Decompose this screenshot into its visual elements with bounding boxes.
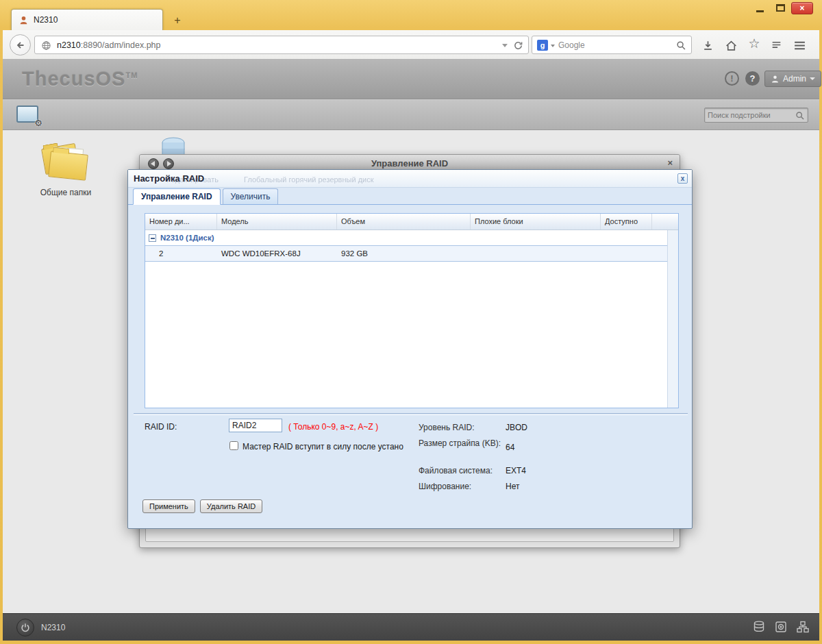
ghost-toolbar: Редактировать Глобальный горячий резервн… (166, 175, 591, 184)
folder-icon (40, 143, 91, 182)
column-header-capacity[interactable]: Объем (337, 214, 471, 230)
collapse-toggle-icon[interactable] (149, 234, 156, 242)
minimize-button[interactable] (751, 3, 768, 14)
column-header-stub (652, 214, 678, 230)
power-button[interactable] (16, 619, 34, 636)
help-button[interactable]: ? (745, 71, 760, 86)
url-text: n2310:8890/adm/index.php (57, 40, 161, 50)
cell-available (601, 246, 652, 261)
menu-button[interactable] (792, 38, 807, 52)
filesystem-label: Файловая система: (419, 466, 501, 475)
apply-button[interactable]: Применить (142, 499, 195, 513)
url-dropdown-icon[interactable] (502, 44, 508, 47)
cell-disk-number: 2 (145, 246, 217, 261)
back-icon (15, 40, 26, 51)
maximize-button[interactable] (772, 3, 788, 14)
url-bar[interactable]: n2310:8890/adm/index.php (34, 36, 529, 54)
maximize-icon (776, 4, 785, 12)
tab-favicon (18, 15, 29, 28)
disk-stack-icon[interactable] (752, 620, 766, 636)
tab-expand[interactable]: Увеличить (223, 188, 279, 205)
group-label: N2310 (1Диск) (160, 234, 214, 242)
stripe-size-value: 64 (506, 443, 514, 452)
browser-tab[interactable]: N2310 (11, 9, 163, 30)
info-button[interactable]: ! (725, 71, 739, 86)
dialog-tabstrip: Управление RAID Увеличить (128, 188, 692, 205)
network-icon[interactable] (796, 620, 810, 636)
cell-model: WDC WD10EFRX-68J (217, 246, 337, 261)
column-header-disk-number[interactable]: Номер ди... (145, 214, 217, 230)
divider (134, 413, 688, 415)
master-raid-checkbox-label: Мастер RAID вступит в силу после устано (242, 442, 403, 451)
hamburger-icon (793, 40, 806, 51)
home-icon (725, 40, 737, 51)
table-row[interactable]: 2 WDC WD10EFRX-68J 932 GB (145, 245, 678, 262)
search-magnifier-icon[interactable] (676, 40, 686, 53)
filesystem-value: EXT4 (506, 466, 526, 475)
settings-search-magnifier-icon (795, 111, 805, 123)
admin-menu[interactable]: Admin (764, 71, 821, 87)
app-footer: N2310 (3, 613, 819, 641)
window-titlebar[interactable]: N2310 + × (0, 0, 822, 30)
stripe-size-label: Размер страйпа (KB): (419, 438, 501, 448)
hard-disk-icon[interactable] (774, 620, 788, 636)
disk-table: Номер ди... Модель Объем Плохие блоки До… (145, 213, 679, 408)
tab-raid-management[interactable]: Управление RAID (133, 188, 221, 205)
new-tab-button[interactable]: + (169, 13, 186, 28)
raid-window-title: Управление RAID (140, 158, 680, 169)
column-header-bad-blocks[interactable]: Плохие блоки (471, 214, 601, 230)
table-scrollbar[interactable] (667, 230, 678, 408)
raid-level-label: Уровень RAID: (419, 423, 501, 432)
tab-title: N2310 (34, 15, 58, 25)
column-header-available[interactable]: Доступно (601, 214, 652, 230)
search-engine-icon: g (537, 40, 548, 51)
raid-window-close-button[interactable]: × (667, 158, 673, 168)
settings-search-input[interactable] (708, 109, 791, 121)
table-body: N2310 (1Диск) 2 WDC WD10EFRX-68J 932 GB (145, 230, 678, 408)
raid-settings-dialog: Настройка RAID x Редактировать Глобальны… (127, 169, 693, 529)
search-engine-caret-icon[interactable] (551, 45, 555, 47)
home-button[interactable] (723, 38, 738, 52)
column-header-model[interactable]: Модель (217, 214, 337, 230)
app-logo: ThecusOSTM (22, 68, 138, 90)
desktop: Общие папки Управление RAID × Настройка … (3, 130, 819, 613)
web-search-input[interactable] (558, 37, 668, 53)
admin-label: Admin (783, 74, 806, 84)
device-name: N2310 (41, 623, 65, 632)
table-header: Номер ди... Модель Объем Плохие блоки До… (145, 214, 678, 230)
dialog-close-button[interactable]: x (677, 173, 688, 184)
close-button[interactable]: × (791, 2, 813, 14)
raid-id-input[interactable] (229, 419, 282, 432)
master-raid-checkbox[interactable] (229, 441, 238, 450)
encryption-value: Нет (506, 482, 519, 491)
raid-id-hint: ( Только 0~9, a~z, A~Z ) (288, 422, 378, 432)
minimize-icon (756, 10, 764, 12)
bookmarks-list-button[interactable] (769, 38, 784, 52)
raid-level-value: JBOD (506, 423, 527, 432)
remove-raid-button[interactable]: Удалить RAID (200, 499, 262, 513)
dialog-buttons: Применить Удалить RAID (142, 499, 262, 513)
search-bar[interactable]: g (532, 36, 692, 54)
power-icon (21, 623, 30, 632)
chevron-down-icon (810, 77, 815, 80)
user-icon (771, 75, 780, 84)
shared-folders-label: Общие папки (34, 188, 97, 197)
raid-id-label: RAID ID: (145, 422, 177, 432)
cell-bad-blocks (471, 246, 601, 261)
reload-button[interactable] (513, 40, 523, 53)
site-globe-icon (41, 40, 51, 53)
bookmark-star-button[interactable]: ☆ (747, 35, 762, 53)
encryption-label: Шифрование: (419, 482, 501, 491)
downloads-button[interactable] (700, 38, 715, 52)
browser-navbar: n2310:8890/adm/index.php g ☆ (3, 30, 819, 60)
list-icon (771, 40, 782, 51)
shared-folders-icon[interactable]: Общие папки (34, 143, 97, 197)
group-row: N2310 (1Диск) (145, 230, 678, 246)
applications-icon[interactable]: ⚙ (16, 106, 42, 126)
back-button[interactable] (10, 34, 31, 55)
cell-capacity: 932 GB (337, 246, 471, 261)
download-icon (702, 40, 714, 51)
footer-icons (752, 620, 810, 636)
gear-icon: ⚙ (34, 118, 42, 128)
settings-search-field[interactable] (704, 108, 808, 123)
